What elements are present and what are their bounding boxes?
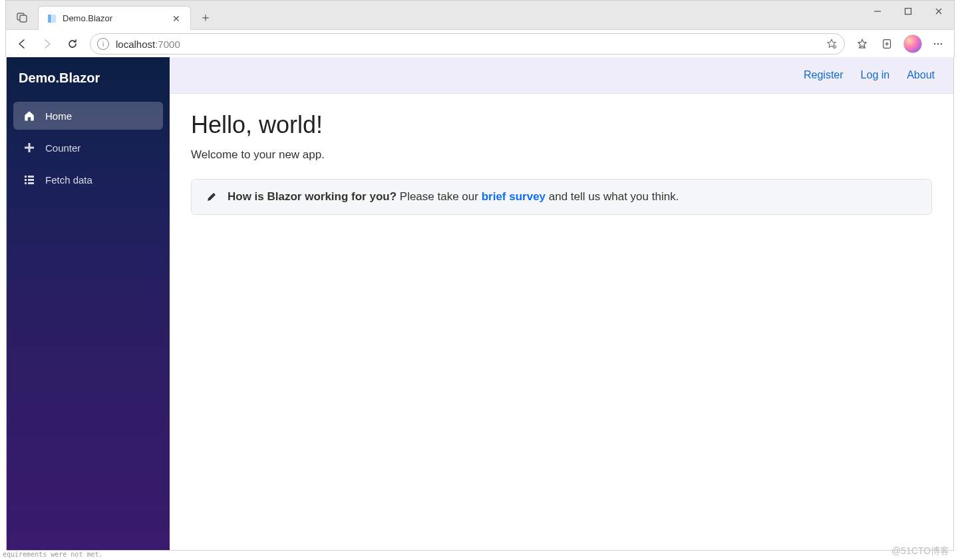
- toolbar-right: [850, 33, 950, 55]
- survey-text: How is Blazor working for you? Please ta…: [228, 190, 679, 204]
- svg-point-15: [934, 43, 935, 45]
- svg-point-17: [941, 43, 942, 45]
- app-viewport: Demo.Blazor Home Counter Fetch data: [6, 57, 954, 551]
- url-port: :7000: [155, 39, 180, 50]
- sidebar-item-fetch-data[interactable]: Fetch data: [13, 166, 163, 194]
- window-maximize-button[interactable]: [893, 1, 923, 22]
- tab-groups-button[interactable]: [10, 5, 34, 29]
- sidebar-item-home[interactable]: Home: [13, 102, 163, 130]
- tab-close-button[interactable]: ✕: [170, 13, 182, 25]
- browser-chrome: Demo.Blazor ✕ ＋ i localhost:7000: [5, 0, 955, 57]
- address-bar[interactable]: i localhost:7000: [90, 33, 845, 55]
- url-text: localhost:7000: [116, 39, 180, 50]
- svg-rect-2: [48, 15, 51, 23]
- back-button[interactable]: [10, 33, 34, 55]
- topbar-link-about[interactable]: About: [907, 69, 935, 81]
- profile-avatar-icon: [903, 35, 922, 53]
- menu-button[interactable]: [926, 33, 950, 55]
- profile-button[interactable]: [901, 33, 925, 55]
- svg-rect-23: [28, 179, 34, 181]
- sidebar-item-label: Home: [45, 110, 72, 122]
- sidebar-item-counter[interactable]: Counter: [13, 134, 163, 162]
- svg-rect-22: [25, 179, 27, 181]
- home-icon: [23, 109, 36, 122]
- tab-strip: Demo.Blazor ✕ ＋: [6, 1, 954, 30]
- url-host: localhost: [116, 39, 155, 50]
- svg-rect-25: [28, 182, 34, 184]
- svg-rect-20: [25, 176, 27, 178]
- site-info-icon[interactable]: i: [97, 38, 109, 50]
- forward-button[interactable]: [35, 33, 59, 55]
- window-minimize-button[interactable]: [862, 1, 893, 22]
- svg-rect-21: [28, 176, 34, 178]
- plus-icon: [23, 141, 36, 154]
- browser-tab[interactable]: Demo.Blazor ✕: [38, 6, 191, 30]
- pencil-icon: [205, 190, 218, 204]
- favorites-button[interactable]: [850, 33, 874, 55]
- watermark-text: @51CTO博客: [891, 545, 949, 557]
- list-icon: [23, 173, 36, 186]
- survey-prompt: How is Blazor working for you? Please ta…: [191, 179, 932, 215]
- window-controls: [862, 1, 954, 30]
- survey-before: Please take our: [397, 190, 482, 203]
- main-area: Register Log in About Hello, world! Welc…: [170, 57, 953, 550]
- top-bar: Register Log in About: [170, 57, 953, 94]
- topbar-link-register[interactable]: Register: [804, 69, 844, 81]
- reload-button[interactable]: [61, 33, 84, 55]
- svg-rect-3: [52, 15, 56, 23]
- svg-rect-5: [905, 9, 911, 15]
- svg-point-16: [937, 43, 939, 45]
- sidebar: Demo.Blazor Home Counter Fetch data: [7, 57, 170, 550]
- collections-button[interactable]: [876, 33, 899, 55]
- tab-title: Demo.Blazor: [63, 13, 165, 23]
- survey-link[interactable]: brief survey: [482, 190, 546, 203]
- sidebar-item-label: Counter: [45, 142, 80, 154]
- page-content: Hello, world! Welcome to your new app. H…: [170, 94, 953, 232]
- page-subtitle: Welcome to your new app.: [191, 148, 932, 162]
- svg-rect-1: [20, 15, 27, 22]
- svg-rect-19: [25, 147, 34, 149]
- page-heading: Hello, world!: [191, 111, 932, 139]
- favorite-star-icon[interactable]: [826, 38, 838, 50]
- sidebar-nav: Home Counter Fetch data: [7, 98, 170, 198]
- survey-bold: How is Blazor working for you?: [228, 190, 397, 203]
- brand-title: Demo.Blazor: [7, 57, 170, 98]
- footer-strip: equirements were not met.: [0, 551, 103, 560]
- sidebar-item-label: Fetch data: [45, 174, 92, 186]
- svg-rect-24: [25, 182, 27, 184]
- survey-after: and tell us what you think.: [546, 190, 679, 203]
- topbar-link-login[interactable]: Log in: [861, 69, 890, 81]
- window-close-button[interactable]: [923, 1, 954, 22]
- browser-toolbar: i localhost:7000: [6, 30, 954, 58]
- new-tab-button[interactable]: ＋: [195, 7, 216, 28]
- favicon-icon: [47, 13, 57, 24]
